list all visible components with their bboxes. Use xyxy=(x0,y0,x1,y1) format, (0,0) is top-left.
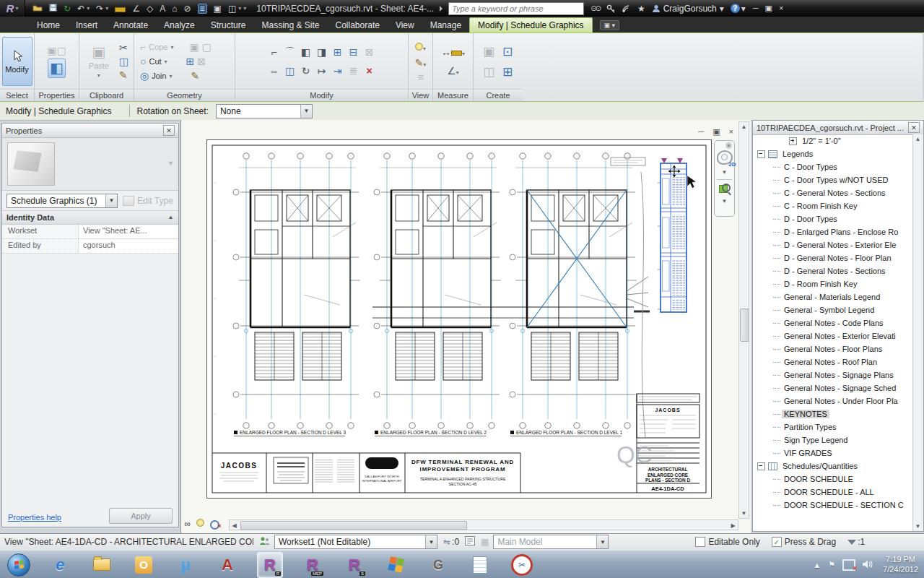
taskbar-revit-structure-icon[interactable]: RS xyxy=(342,553,367,577)
taskbar-outlook-icon[interactable]: O xyxy=(131,553,156,577)
taskbar-ie-icon[interactable]: e xyxy=(48,553,72,577)
identity-data-header[interactable]: Identity Data ▲ xyxy=(2,210,178,225)
browser-item-d-general-notes-exterior-ele[interactable]: D - General Notes - Exterior Ele xyxy=(753,238,913,251)
paste-button[interactable]: ▣ Paste▾ xyxy=(84,38,113,85)
close-hidden-windows-icon[interactable]: ▣ xyxy=(214,4,222,13)
measure-icon[interactable] xyxy=(115,4,126,14)
collapse-icon[interactable] xyxy=(757,150,765,158)
properties-palette-toggle[interactable]: ◧ xyxy=(48,59,66,78)
scrollbar-thumb[interactable] xyxy=(240,521,467,530)
selected-schedule-graphic[interactable] xyxy=(658,158,687,312)
browser-item-general-notes-code-plans[interactable]: General Notes - Code Plans xyxy=(753,316,913,329)
thin-lines-icon[interactable]: ≡ xyxy=(198,4,207,14)
measure-between-refs-icon[interactable]: ↔▾ xyxy=(441,46,465,59)
offset-icon[interactable]: ⌒ xyxy=(285,47,295,57)
browser-item-general-symbol-legend[interactable]: General - Symbol Legend xyxy=(753,303,913,316)
browser-item-door-schedule-section-c[interactable]: DOOR SCHEDULE - SECTION C xyxy=(753,499,913,512)
taskbar-mu-app-icon[interactable]: μ xyxy=(173,553,198,577)
communication-center-icon[interactable] xyxy=(622,4,631,13)
split-with-gap-icon[interactable]: ⊟ xyxy=(349,47,358,57)
project-browser-header[interactable]: 10TRIPAECDEA_cgorsuch.rvt - Project ... … xyxy=(753,121,923,135)
customize-qat-icon[interactable]: ▾ xyxy=(243,5,246,12)
tab-structure[interactable]: Structure xyxy=(203,18,254,33)
collapse-icon[interactable] xyxy=(757,462,765,470)
array-icon[interactable]: ⇥ xyxy=(334,66,342,76)
browser-item-general-notes-under-floor-pla[interactable]: General Notes - Under Floor Pla xyxy=(753,394,913,407)
apply-button[interactable]: Apply xyxy=(109,508,173,524)
browser-item-partition-types[interactable]: Partition Types xyxy=(753,420,913,434)
favorites-star-icon[interactable]: ★ xyxy=(637,4,645,14)
wheel-dropdown-icon[interactable]: ▼ xyxy=(722,169,728,176)
undo-icon[interactable]: ↶ xyxy=(77,4,84,13)
volume-icon[interactable] xyxy=(863,560,873,570)
search-input[interactable] xyxy=(448,2,584,15)
pin-icon[interactable]: ⊠ xyxy=(365,47,374,57)
cope-icon[interactable]: ⌐ xyxy=(140,42,146,52)
browser-item-legends[interactable]: Legends xyxy=(753,147,913,160)
action-center-flag-icon[interactable]: ⚑ xyxy=(828,560,835,569)
hidden-line-icon[interactable]: ≡ xyxy=(417,72,423,82)
geometry-tool-icon[interactable]: ⊠ xyxy=(197,56,206,66)
property-row[interactable]: Edited by cgorsuch xyxy=(2,239,178,254)
delete-icon[interactable]: × xyxy=(366,66,372,76)
press-drag-checkbox[interactable]: ✓ Press & Drag xyxy=(772,537,836,547)
steering-wheel-icon[interactable]: 2D xyxy=(717,150,733,165)
help-dropdown-icon[interactable]: ▾ xyxy=(741,4,746,14)
taskbar-autocad-icon[interactable]: A xyxy=(215,553,240,577)
create-assembly-icon[interactable]: ◫ xyxy=(483,66,494,78)
preview-dropdown-icon[interactable]: ▼ xyxy=(167,160,174,167)
design-option-dropdown[interactable]: Main Model ▼ xyxy=(493,535,609,549)
copy-to-clipboard-icon[interactable]: ◫ xyxy=(119,56,128,66)
properties-header[interactable]: Properties ✕ xyxy=(2,124,178,138)
override-graphics-icon[interactable]: ✎▾ xyxy=(415,58,427,68)
browser-item-general-notes-floor-plans[interactable]: General Notes - Floor Plans xyxy=(753,342,913,355)
browser-item-door-schedule[interactable]: DOOR SCHEDULE xyxy=(753,473,913,486)
browser-item-schedules-quantities[interactable]: Schedules/Quantities xyxy=(753,460,913,473)
create-parts-icon[interactable]: ⊞ xyxy=(502,66,513,78)
scrollbar-thumb[interactable] xyxy=(740,309,749,342)
match-type-icon[interactable]: ✎ xyxy=(119,70,128,80)
taskbar-snipping-tool-icon[interactable]: ✂ xyxy=(510,553,534,577)
zoom-region-icon[interactable] xyxy=(719,184,731,194)
editable-elements-icon[interactable]: ⇋ xyxy=(443,537,450,547)
trim-extend-icon[interactable]: ↦ xyxy=(318,66,326,76)
minimize-button[interactable]: ─ xyxy=(753,4,759,13)
browser-item-sign-type-legend[interactable]: Sign Type Legend xyxy=(753,434,913,447)
taskbar-gimp-icon[interactable]: G xyxy=(426,553,450,577)
browser-item-c-door-types[interactable]: C - Door Types xyxy=(753,160,913,173)
save-icon[interactable] xyxy=(49,4,57,13)
restore-button[interactable]: ▣ xyxy=(765,4,772,13)
signed-in-user[interactable]: CraigGorsuch xyxy=(663,4,717,14)
worksets-icon[interactable] xyxy=(259,536,270,548)
scroll-right-icon[interactable]: ▶ xyxy=(728,522,738,529)
expand-icon[interactable] xyxy=(789,137,797,145)
cut-geometry-icon[interactable]: ○ xyxy=(140,56,146,66)
geometry-tool-icon[interactable]: ▢ xyxy=(202,42,212,52)
properties-help-link[interactable]: Properties help xyxy=(8,513,61,522)
open-icon[interactable] xyxy=(32,4,43,13)
close-icon[interactable]: ✕ xyxy=(908,122,920,133)
move-icon[interactable]: ⇔ xyxy=(269,66,279,76)
browser-item-d-general-notes-sections[interactable]: D - General Notes - Sections xyxy=(753,264,913,277)
tab-annotate[interactable]: Annotate xyxy=(105,18,156,33)
wall-joins-icon[interactable]: ✎ xyxy=(191,71,199,81)
switch-windows-icon[interactable]: ◫ xyxy=(228,4,236,13)
switch-windows-dropdown-icon[interactable]: ▾ xyxy=(238,5,241,12)
cut-to-clipboard-icon[interactable]: ✂ xyxy=(119,43,128,53)
browser-item-d-room-finish-key[interactable]: D - Room Finish Key xyxy=(753,277,913,290)
mirror-pick-axis-icon[interactable]: ◧ xyxy=(301,47,310,57)
subscription-key-icon[interactable] xyxy=(606,4,615,13)
close-button[interactable]: × xyxy=(779,4,783,13)
copy-icon[interactable]: ◫ xyxy=(285,66,295,76)
scroll-up-icon[interactable]: ▲ xyxy=(913,136,923,142)
tab-insert[interactable]: Insert xyxy=(68,18,105,33)
tab-modify-schedule-graphics[interactable]: Modify | Schedule Graphics xyxy=(469,17,593,33)
browser-item-d-door-types[interactable]: D - Door Types xyxy=(753,212,913,225)
geometry-tool-icon[interactable]: ▣ xyxy=(190,42,199,52)
unpin-icon[interactable]: ≣ xyxy=(349,66,358,76)
selection-filter[interactable]: :1 xyxy=(847,537,865,547)
browser-item-1-2-1-0[interactable]: 1/2" = 1'-0" xyxy=(753,134,913,147)
search-binoculars-icon[interactable]: ⊙⊙ xyxy=(590,4,600,12)
mirror-draw-axis-icon[interactable]: ◨ xyxy=(317,47,326,57)
pick-to-edit-icon[interactable]: ▦ xyxy=(481,537,489,547)
